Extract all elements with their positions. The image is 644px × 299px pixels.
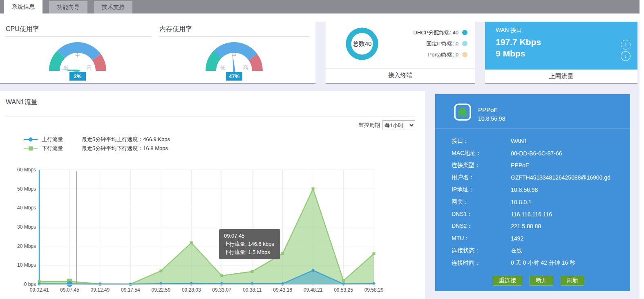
detail-row: IP地址：10.8.56.98 xyxy=(452,184,622,196)
detail-value: WAN1 xyxy=(511,138,622,144)
detail-row: 用户名：GZFTH4513348126425088@16900.gd xyxy=(452,171,622,184)
svg-text:09:22:59: 09:22:59 xyxy=(151,287,170,293)
svg-text:40 Mbps: 40 Mbps xyxy=(17,205,36,211)
monitor-period-label: 监控周期 xyxy=(359,121,380,129)
detail-row: 连接状态：在线 xyxy=(452,245,622,257)
svg-text:09:17:54: 09:17:54 xyxy=(121,287,140,293)
chart-tooltip: 09:07:45 上行流量: 146.6 kbps 下行流量: 1.5 Mbps xyxy=(219,229,280,259)
connection-details: 接口：WAN1MAC地址：00-DD-B6-6C-87-66连接类型：PPPoE… xyxy=(452,135,622,269)
tooltip-time: 09:07:45 xyxy=(224,232,275,240)
wan1-traffic-card: WAN1流量 监控周期 每1小时 上行流量 下行流量 最近5分钟平均上行速度：4… xyxy=(0,91,425,299)
upload-legend-marker-icon xyxy=(24,137,38,142)
detail-value: 0 天 0 小时 42 分钟 16 秒 xyxy=(511,259,622,267)
terminals-card: 总数40 DHCP分配终端: 40固定IP终端: 0Portal终端: 0 接入… xyxy=(326,22,475,84)
tab-wizard[interactable]: 功能向导 xyxy=(49,1,87,13)
download-legend-label: 下行流量 xyxy=(42,145,63,152)
terminal-legend-label: Portal终端: 0 xyxy=(428,51,458,58)
svg-text:60 Mbps: 60 Mbps xyxy=(17,167,36,173)
terminal-legend-item: Portal终端: 0 xyxy=(413,49,467,60)
detail-label: 网关： xyxy=(452,198,511,206)
refresh-button[interactable]: 刷新 xyxy=(561,276,584,286)
tab-system-info[interactable]: 系统信息 xyxy=(4,0,42,13)
terminal-legend-item: DHCP分配终端: 40 xyxy=(413,27,467,38)
detail-value: 221.5.88.88 xyxy=(511,223,622,229)
gauge-high-label: 高 xyxy=(87,65,92,70)
period-select[interactable]: 每1小时 xyxy=(382,120,415,130)
top-white-strip xyxy=(0,13,640,22)
svg-text:09:58:29: 09:58:29 xyxy=(364,287,384,293)
gauge-mid-label: 中 xyxy=(232,52,237,58)
divider xyxy=(435,128,630,129)
detail-value: 116.116.116.116 xyxy=(511,211,622,218)
detail-label: DNS1： xyxy=(452,211,511,218)
connection-buttons: 重连接 断开 刷新 xyxy=(493,276,592,286)
scrollbar-track[interactable] xyxy=(640,0,644,299)
memory-usage-title: 内存使用率 xyxy=(159,25,192,34)
download-arrow-icon: ↓ xyxy=(621,51,631,61)
gauge-mid-label: 中 xyxy=(75,52,80,58)
terminals-legend: DHCP分配终端: 40固定IP终端: 0Portal终端: 0 xyxy=(413,27,467,60)
svg-text:30 Mbps: 30 Mbps xyxy=(17,224,36,230)
svg-text:09:53:25: 09:53:25 xyxy=(334,287,353,293)
avg-download-speed: 最近5分钟平均下行速度：16.8 Mbps xyxy=(82,145,168,152)
ethernet-port-icon xyxy=(454,103,472,121)
terminal-legend-dot-icon xyxy=(462,30,467,35)
system-usage-card: CPU使用率 低 中 高 2% 内存使用率 低 中 高 47% xyxy=(0,22,315,84)
detail-row: 网关：10.8.0.1 xyxy=(452,196,622,208)
svg-text:09:33:07: 09:33:07 xyxy=(212,287,231,293)
terminals-total-label: 总数40 xyxy=(352,40,372,47)
disconnect-button[interactable]: 断开 xyxy=(530,276,553,286)
wan-upload-rate: 197.7 Kbps xyxy=(496,37,541,47)
cpu-usage-value: 2% xyxy=(69,72,86,81)
top-tab-bar: 系统信息功能向导技术支持 xyxy=(0,0,640,13)
detail-label: 连接时间： xyxy=(452,259,511,267)
terminal-legend-dot-icon xyxy=(462,41,467,46)
gauge-low-label: 低 xyxy=(220,65,225,70)
detail-row: MTU：1492 xyxy=(452,232,622,245)
gauge-low-label: 低 xyxy=(64,65,69,70)
detail-label: 连接状态： xyxy=(452,247,511,254)
memory-usage-value: 47% xyxy=(226,72,242,81)
detail-label: 接口： xyxy=(452,137,511,145)
connection-type-header: PPPoE xyxy=(478,106,498,113)
svg-text:09:48:21: 09:48:21 xyxy=(304,287,323,293)
detail-label: MAC地址： xyxy=(452,150,511,157)
detail-label: MTU： xyxy=(452,235,511,242)
terminals-caption: 接入终端 xyxy=(326,72,475,79)
detail-row: 接口：WAN1 xyxy=(452,135,622,147)
detail-row: 连接类型：PPPoE xyxy=(452,160,622,172)
detail-value: 在线 xyxy=(511,247,622,254)
traffic-line-chart[interactable]: 0 bps10 Mbps20 Mbps30 Mbps40 Mbps50 Mbps… xyxy=(0,162,425,299)
upload-legend-label: 上行流量 xyxy=(42,136,63,143)
monitor-period-row: 监控周期 每1小时 xyxy=(359,120,415,130)
cpu-gauge-needle xyxy=(61,70,81,72)
cpu-usage-title: CPU使用率 xyxy=(6,25,39,34)
svg-text:09:28:03: 09:28:03 xyxy=(182,287,201,293)
terminals-donut-chart: 总数40 xyxy=(345,27,379,61)
terminal-legend-label: DHCP分配终端: 40 xyxy=(413,29,458,36)
detail-value: 00-DD-B6-6C-87-66 xyxy=(511,150,622,157)
legend-download[interactable]: 下行流量 xyxy=(24,145,63,152)
legend-upload[interactable]: 上行流量 xyxy=(24,136,63,143)
svg-text:09:02:41: 09:02:41 xyxy=(30,287,49,293)
terminal-legend-dot-icon xyxy=(462,52,467,57)
divider xyxy=(6,36,151,37)
upload-arrow-icon: ↑ xyxy=(621,40,631,49)
svg-text:0 bps: 0 bps xyxy=(24,281,36,287)
svg-text:09:12:49: 09:12:49 xyxy=(91,287,110,293)
detail-row: DNS2：221.5.88.88 xyxy=(452,220,622,233)
wan-interface-title: WAN 接口 xyxy=(496,27,522,34)
svg-text:10 Mbps: 10 Mbps xyxy=(17,262,36,268)
tab-tech-support[interactable]: 技术支持 xyxy=(94,1,132,13)
detail-label: 连接类型： xyxy=(452,162,511,169)
reconnect-button[interactable]: 重连接 xyxy=(493,276,522,286)
detail-value: PPPoE xyxy=(511,162,622,169)
wan-summary-blue-area: WAN 接口 197.7 Kbps 9 Mbps ↑ ↓ xyxy=(485,22,637,70)
svg-text:09:07:45: 09:07:45 xyxy=(60,287,79,293)
detail-label: IP地址： xyxy=(452,186,511,193)
gauge-high-label: 高 xyxy=(243,65,248,70)
detail-label: 用户名： xyxy=(452,174,511,181)
divider xyxy=(159,36,309,37)
terminal-legend-item: 固定IP终端: 0 xyxy=(413,38,467,49)
divider xyxy=(6,117,415,117)
